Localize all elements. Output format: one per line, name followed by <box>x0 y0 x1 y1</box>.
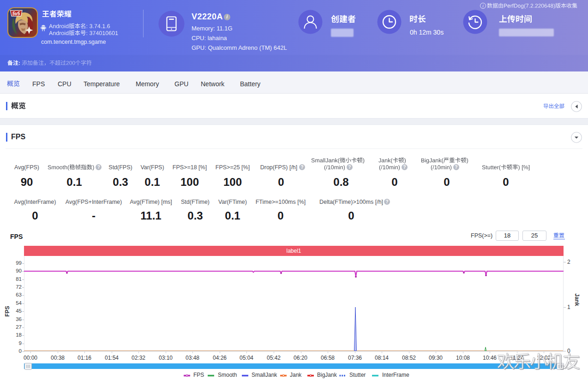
svg-text:5v5: 5v5 <box>12 11 20 16</box>
